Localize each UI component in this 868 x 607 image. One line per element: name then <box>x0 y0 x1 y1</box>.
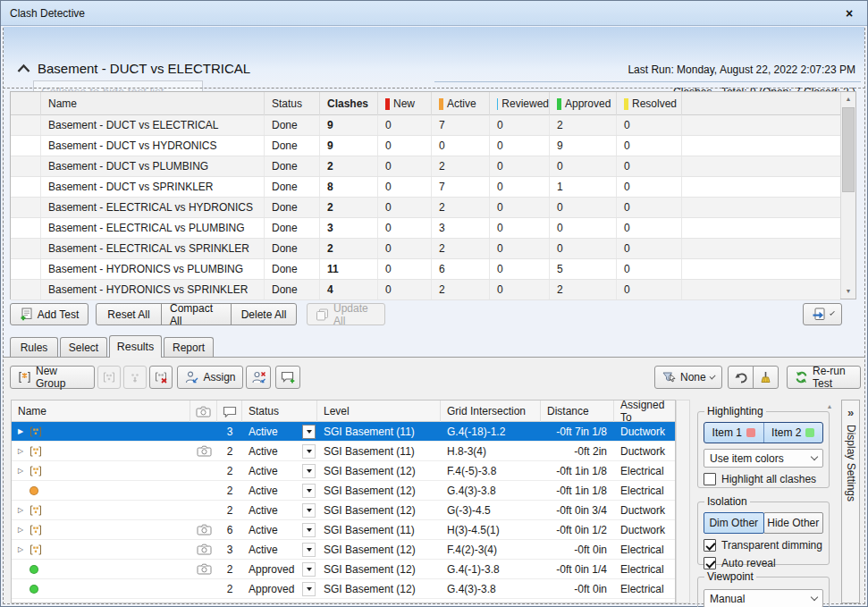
test-table-row[interactable]: Basement - HYDRONICS vs SPRINKLER Done 4… <box>11 280 840 300</box>
status-dropdown-icon[interactable] <box>302 444 316 459</box>
result-name-cell[interactable]: ▷ <box>12 501 190 519</box>
scroll-down-icon[interactable]: ▼ <box>841 284 855 299</box>
tests-col-resolved[interactable]: Resolved <box>617 92 682 115</box>
tests-vertical-scrollbar[interactable]: ▲ ▼ <box>840 92 855 299</box>
scrollbar-thumb[interactable] <box>842 107 855 192</box>
clean-viewpoint-button[interactable] <box>753 366 779 389</box>
dim-other-button[interactable]: Dim Other <box>704 512 764 534</box>
assign-button[interactable]: Assign <box>177 366 243 389</box>
rerun-test-button[interactable]: Re-run Test <box>787 366 861 389</box>
results-col-image[interactable] <box>190 400 217 422</box>
item-colors-dropdown[interactable]: Use item colors <box>704 449 823 468</box>
results-table-header[interactable]: Name Status Level Grid Intersection Dist… <box>12 400 675 422</box>
expand-arrow-icon[interactable]: ▶ <box>18 427 26 435</box>
status-dropdown-icon[interactable] <box>302 562 316 577</box>
collapse-chevron-icon[interactable] <box>16 63 31 74</box>
report-export-button[interactable] <box>803 303 842 325</box>
remove-from-group-button[interactable] <box>149 366 173 389</box>
status-dropdown-icon[interactable] <box>302 582 316 596</box>
close-icon[interactable]: × <box>840 4 858 22</box>
titlebar[interactable]: Clash Detective × <box>1 1 867 26</box>
compact-all-button[interactable]: Compact All <box>161 303 232 325</box>
tests-col-approved[interactable]: Approved <box>550 92 617 115</box>
test-table-row[interactable]: Basement - ELECTRICAL vs PLUMBING Done 3… <box>11 218 840 239</box>
result-row[interactable]: 2 Approved SGI Basement (12) G.4(3)-3.8 … <box>12 579 675 599</box>
results-col-name[interactable]: Name <box>12 400 190 422</box>
result-row[interactable]: ▷ 6 Active SGI Basement (11) H(3)-4.5(1)… <box>12 520 675 540</box>
results-col-grid[interactable]: Grid Intersection <box>441 400 541 422</box>
result-name-cell[interactable]: ▷ <box>12 442 190 460</box>
status-dropdown-icon[interactable] <box>302 503 316 518</box>
result-name-cell[interactable] <box>12 481 190 500</box>
expand-arrow-icon[interactable]: ▷ <box>18 506 26 514</box>
result-name-cell[interactable]: ▷ <box>12 540 190 559</box>
tests-col-reviewed[interactable]: Reviewed <box>490 92 550 115</box>
tab-rules[interactable]: Rules <box>10 337 58 358</box>
result-name-cell[interactable]: ▷ <box>12 520 190 539</box>
filter-dropdown[interactable]: None <box>654 366 722 389</box>
result-name-cell[interactable] <box>12 579 190 598</box>
result-status-cell[interactable]: Active <box>242 442 317 460</box>
result-status-cell[interactable]: Active <box>242 520 317 539</box>
test-table-row[interactable]: Basement - HYDRONICS vs PLUMBING Done 11… <box>11 259 840 280</box>
hide-other-button[interactable]: Hide Other <box>763 512 824 534</box>
expand-arrow-icon[interactable]: ▷ <box>18 447 26 455</box>
results-col-comments[interactable] <box>217 400 242 422</box>
auto-reveal-checkbox[interactable] <box>704 557 716 569</box>
result-status-cell[interactable]: Approved <box>242 579 317 598</box>
results-vertical-scrollbar[interactable] <box>676 400 690 603</box>
expand-panel-icon[interactable]: » <box>847 406 854 419</box>
result-row[interactable]: ▶ 3 Active SGI Basement (11) G.4(-18)-1.… <box>12 422 675 442</box>
expand-arrow-icon[interactable]: ▷ <box>18 526 26 534</box>
reset-all-button[interactable]: Reset All <box>96 303 162 325</box>
add-test-button[interactable]: Add Test <box>10 303 88 325</box>
test-table-row[interactable]: Basement - DUCT vs SPRINKLER Done 8 0 7 … <box>11 177 840 198</box>
delete-all-button[interactable]: Delete All <box>231 303 297 325</box>
result-status-cell[interactable]: Active <box>242 481 317 500</box>
test-table-row[interactable]: Basement - DUCT vs ELECTRICAL Done 9 0 7… <box>11 115 840 136</box>
status-dropdown-icon[interactable] <box>302 425 316 439</box>
tab-select[interactable]: Select <box>60 337 107 358</box>
result-row[interactable]: ▷ 2 Active SGI Basement (12) G(-3)-4.5 -… <box>12 501 675 520</box>
tests-col-clashes[interactable]: Clashes <box>320 92 378 115</box>
result-status-cell[interactable]: Approved <box>242 560 317 578</box>
results-col-status[interactable]: Status <box>242 400 317 422</box>
tests-col-new[interactable]: New <box>378 92 432 115</box>
test-table-row[interactable]: Basement - DUCT vs HYDRONICS Done 9 0 0 … <box>11 136 840 156</box>
results-col-level[interactable]: Level <box>317 400 441 422</box>
add-comment-button[interactable] <box>275 366 300 389</box>
results-col-assigned[interactable]: Assigned To <box>614 400 675 422</box>
result-row[interactable]: ▷ 3 Active SGI Basement (12) F.4(2)-3(4)… <box>12 540 675 560</box>
test-table-row[interactable]: Basement - DUCT vs PLUMBING Done 2 0 2 0… <box>11 156 840 177</box>
tab-results[interactable]: Results <box>109 335 162 358</box>
highlight-all-checkbox[interactable] <box>704 473 716 485</box>
viewpoint-mode-dropdown[interactable]: Manual <box>704 589 823 607</box>
tab-report[interactable]: Report <box>164 337 214 358</box>
expand-arrow-icon[interactable]: ▷ <box>18 467 26 475</box>
result-status-cell[interactable]: Active <box>242 540 317 559</box>
tests-col-name[interactable]: Name <box>41 92 265 115</box>
result-status-cell[interactable]: Active <box>242 422 317 441</box>
expand-arrow-icon[interactable]: ▷ <box>18 545 26 553</box>
result-row[interactable]: ▷ 2 Active SGI Basement (12) F.4(-5)-3.8… <box>12 461 675 481</box>
test-table-row[interactable]: Basement - ELECTRICAL vs SPRINKLER Done … <box>11 239 840 259</box>
result-name-cell[interactable]: ▷ <box>12 461 190 480</box>
status-dropdown-icon[interactable] <box>302 543 316 557</box>
result-status-cell[interactable]: Active <box>242 501 317 519</box>
tests-col-active[interactable]: Active <box>432 92 490 115</box>
status-dropdown-icon[interactable] <box>302 484 316 498</box>
result-status-cell[interactable]: Active <box>242 461 317 480</box>
test-table-row[interactable]: Basement - ELECTRICAL vs HYDRONICS Done … <box>11 198 840 218</box>
display-settings-tab[interactable]: » Display Settings <box>841 400 860 603</box>
results-col-distance[interactable]: Distance <box>541 400 614 422</box>
result-row[interactable]: ▷ 2 Active SGI Basement (11) H.8-3(4) -0… <box>12 442 675 461</box>
unassign-button[interactable] <box>246 366 271 389</box>
item1-toggle-button[interactable]: Item 1 <box>704 423 763 443</box>
result-row[interactable]: 2 Approved SGI Basement (12) G.4(-1)-3.8… <box>12 560 675 579</box>
transparent-dimming-checkbox[interactable] <box>704 539 716 552</box>
status-dropdown-icon[interactable] <box>302 464 316 478</box>
new-group-button[interactable]: New Group <box>10 366 95 389</box>
undo-button[interactable] <box>728 366 754 389</box>
scroll-up-icon[interactable]: ▲ <box>841 92 855 106</box>
tests-col-status[interactable]: Status <box>265 92 320 115</box>
